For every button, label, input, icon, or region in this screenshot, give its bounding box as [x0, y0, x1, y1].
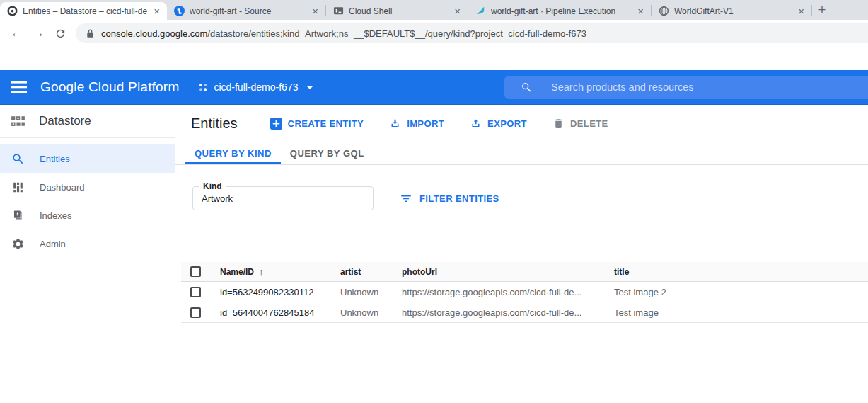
sidebar-item-label: Dashboard — [40, 182, 85, 193]
sort-ascending-icon[interactable]: ↑ — [259, 266, 264, 277]
project-name: cicd-full-demo-f673 — [214, 81, 298, 93]
page-title: Entities — [191, 115, 238, 132]
browser-tab-pipeline[interactable]: world-gift-art · Pipeline Execution × — [468, 2, 651, 20]
row-checkbox-cell — [181, 307, 214, 318]
header-checkbox-cell — [181, 266, 214, 277]
filter-entities-label: FILTER ENTITIES — [419, 193, 499, 204]
create-entity-button[interactable]: CREATE ENTITY — [270, 118, 364, 130]
tab-title: WorldGiftArt-V1 — [674, 6, 792, 16]
trash-icon — [552, 118, 565, 130]
tab-separator — [468, 5, 468, 16]
entities-table: Name/ID ↑ artist photoUrl title id=56324… — [181, 262, 868, 323]
browser-tab-worldgiftart[interactable]: WorldGiftArt-V1 × — [652, 2, 811, 20]
table-row[interactable]: id=5644004762845184 Unknown https://stor… — [181, 302, 868, 323]
main-content: Entities CREATE ENTITY IMPORT EXPORT DEL… — [175, 105, 868, 403]
chevron-down-icon — [306, 86, 313, 89]
cell-name-id[interactable]: id=5632499082330112 — [214, 287, 335, 297]
address-bar[interactable]: console.cloud.google.com/datastore/entit… — [76, 23, 868, 43]
tab-query-by-kind[interactable]: QUERY BY KIND — [185, 142, 281, 164]
browser-tab-cloud-shell[interactable]: Cloud Shell × — [326, 2, 468, 20]
table-header-row: Name/ID ↑ artist photoUrl title — [181, 262, 868, 282]
query-tabs: QUERY BY KIND QUERY BY GQL — [175, 142, 868, 165]
url-path: /datastore/entities;kind=Artwork;ns=__$D… — [207, 28, 586, 39]
tab-close-icon[interactable]: × — [152, 6, 161, 16]
column-header-artist[interactable]: artist — [335, 267, 396, 277]
back-icon[interactable]: ← — [6, 26, 28, 40]
search-icon — [11, 152, 25, 166]
tab-title: world-gift-art · Pipeline Execution — [491, 6, 631, 16]
url-domain: console.cloud.google.com — [101, 28, 207, 39]
reload-icon[interactable] — [50, 26, 71, 40]
sidebar-item-dashboard[interactable]: Dashboard — [0, 173, 175, 201]
browser-tab-entities[interactable]: Entities – Datastore – cicd-full-de × — [0, 2, 167, 20]
import-button[interactable]: IMPORT — [389, 118, 444, 130]
tab-title: world-gift-art - Source — [190, 6, 306, 16]
cell-artist: Unknown — [335, 287, 396, 297]
export-button[interactable]: EXPORT — [470, 118, 527, 130]
browser-tab-strip: Entities – Datastore – cicd-full-de × wo… — [0, 0, 868, 20]
tab-query-by-gql[interactable]: QUERY BY GQL — [281, 142, 374, 164]
column-header-title[interactable]: title — [608, 267, 868, 277]
gcp-logo[interactable]: Google Cloud Platform — [40, 79, 179, 95]
sidebar-item-label: Entities — [40, 154, 70, 164]
import-label: IMPORT — [407, 118, 444, 129]
globe-favicon-icon — [659, 6, 669, 16]
search-input[interactable]: Search products and resources — [504, 76, 868, 99]
forward-icon[interactable]: → — [28, 26, 50, 40]
main-header: Entities CREATE ENTITY IMPORT EXPORT DEL… — [175, 105, 868, 142]
cloud-shell-favicon-icon — [333, 6, 344, 16]
search-placeholder: Search products and resources — [551, 81, 694, 93]
filter-entities-button[interactable]: FILTER ENTITIES — [400, 186, 499, 210]
tab-close-icon[interactable]: × — [311, 6, 320, 16]
import-icon — [389, 118, 401, 130]
column-header-photourl[interactable]: photoUrl — [396, 267, 608, 277]
delete-label: DELETE — [570, 118, 608, 129]
export-label: EXPORT — [487, 118, 527, 129]
lock-icon — [86, 28, 94, 38]
hamburger-menu-icon[interactable] — [11, 81, 27, 93]
source-repo-favicon-icon — [174, 6, 185, 16]
tab-separator — [811, 5, 812, 16]
browser-tab-source[interactable]: world-gift-art - Source × — [167, 2, 325, 20]
sidebar-header: Datastore — [0, 105, 175, 138]
new-tab-button[interactable]: + — [812, 1, 832, 19]
select-all-checkbox[interactable] — [190, 266, 201, 277]
indexes-icon — [11, 209, 25, 222]
kind-field-label: Kind — [199, 181, 226, 191]
datastore-grid-icon — [9, 113, 27, 130]
row-checkbox-cell — [181, 287, 214, 297]
tab-close-icon[interactable]: × — [453, 6, 462, 16]
tab-separator — [651, 5, 652, 16]
table-row[interactable]: id=5632499082330112 Unknown https://stor… — [181, 282, 868, 302]
query-area: Kind FILTER ENTITIES — [175, 165, 868, 262]
column-header-name-id[interactable]: Name/ID ↑ — [214, 266, 335, 277]
page-top-whitespace — [0, 47, 868, 70]
app-body: Datastore Entities Dashboard Indexes Adm… — [0, 105, 868, 403]
tab-close-icon[interactable]: × — [636, 6, 645, 16]
cell-title: Test image — [608, 307, 868, 318]
delete-button[interactable]: DELETE — [552, 118, 608, 130]
cell-title: Test image 2 — [608, 287, 868, 297]
project-icon — [198, 82, 208, 92]
pipeline-favicon-icon — [475, 6, 486, 16]
sidebar-item-indexes[interactable]: Indexes — [0, 201, 175, 229]
project-selector[interactable]: cicd-full-demo-f673 — [198, 81, 313, 93]
cell-name-id[interactable]: id=5644004762845184 — [214, 307, 335, 318]
kind-field-wrapper: Kind — [192, 186, 374, 210]
row-checkbox[interactable] — [190, 307, 201, 318]
row-checkbox[interactable] — [190, 287, 201, 297]
export-icon — [470, 118, 482, 130]
sidebar-product-title: Datastore — [39, 114, 91, 128]
cell-photourl: https://storage.googleapis.com/cicd-full… — [396, 307, 608, 318]
filter-icon — [400, 192, 412, 205]
toolbar-actions: CREATE ENTITY IMPORT EXPORT DELETE — [270, 118, 608, 130]
browser-toolbar: ← → console.cloud.google.com/datastore/e… — [0, 20, 868, 47]
column-label: Name/ID — [220, 267, 254, 277]
sidebar-item-admin[interactable]: Admin — [0, 229, 175, 258]
cell-artist: Unknown — [335, 307, 396, 318]
tab-close-icon[interactable]: × — [797, 6, 806, 16]
sidebar-item-label: Admin — [40, 239, 66, 249]
sidebar-item-entities[interactable]: Entities — [0, 144, 175, 173]
sidebar-nav: Entities Dashboard Indexes Admin — [0, 138, 175, 258]
tab-title: Entities – Datastore – cicd-full-de — [23, 6, 147, 16]
